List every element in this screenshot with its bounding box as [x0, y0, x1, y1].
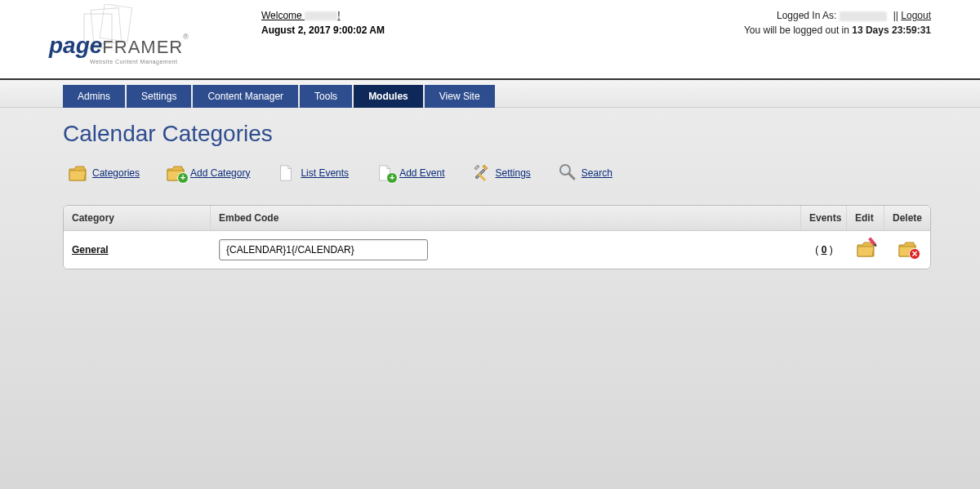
- delete-button[interactable]: [898, 240, 917, 258]
- page-icon: [276, 164, 296, 182]
- welcome-text: Welcome !: [261, 10, 744, 21]
- th-embed: Embed Code: [211, 206, 801, 230]
- toolbar-add-category[interactable]: Add Category: [166, 164, 250, 182]
- logged-in-info: Logged In As: || Logout: [744, 10, 931, 21]
- nav-view-site[interactable]: View Site: [425, 85, 495, 108]
- th-category: Category: [64, 206, 211, 230]
- main-nav: Admins Settings Content Manager Tools Mo…: [63, 85, 980, 108]
- events-count-link[interactable]: 0: [822, 244, 827, 256]
- folder-icon: [68, 164, 87, 182]
- logo: pageFRAMER® Website Content Management: [49, 8, 196, 73]
- th-edit: Edit: [847, 206, 884, 230]
- th-events: Events: [801, 206, 847, 230]
- nav-admins[interactable]: Admins: [63, 85, 125, 108]
- category-link[interactable]: General: [72, 244, 109, 256]
- edit-button[interactable]: [856, 240, 875, 258]
- folder-add-icon: [166, 164, 185, 182]
- svg-point-4: [562, 167, 568, 173]
- logout-countdown: You will be logged out in 13 Days 23:59:…: [744, 24, 931, 36]
- nav-settings[interactable]: Settings: [127, 85, 191, 108]
- page-title: Calendar Categories: [63, 121, 931, 147]
- toolbar-search[interactable]: Search: [557, 162, 612, 184]
- th-delete: Delete: [884, 206, 930, 230]
- search-icon: [557, 162, 577, 184]
- tools-icon: [471, 162, 491, 184]
- toolbar-settings[interactable]: Settings: [471, 162, 531, 184]
- toolbar-list-events[interactable]: List Events: [276, 164, 349, 182]
- table-row: General ( 0 ): [64, 231, 930, 269]
- events-count-cell: ( 0 ): [801, 236, 847, 264]
- nav-content-manager[interactable]: Content Manager: [193, 85, 298, 108]
- toolbar: Categories Add Category List Events Add …: [63, 162, 931, 184]
- logout-link[interactable]: Logout: [901, 10, 931, 21]
- embed-code-input[interactable]: [219, 239, 428, 260]
- nav-modules[interactable]: Modules: [354, 85, 423, 108]
- date-time: August 2, 2017 9:00:02 AM: [261, 24, 744, 36]
- svg-rect-5: [868, 237, 875, 245]
- nav-tools[interactable]: Tools: [300, 85, 352, 108]
- toolbar-categories[interactable]: Categories: [68, 164, 140, 182]
- toolbar-add-event[interactable]: Add Event: [375, 164, 444, 182]
- page-add-icon: [375, 164, 394, 182]
- categories-table: Category Embed Code Events Edit Delete G…: [63, 205, 931, 269]
